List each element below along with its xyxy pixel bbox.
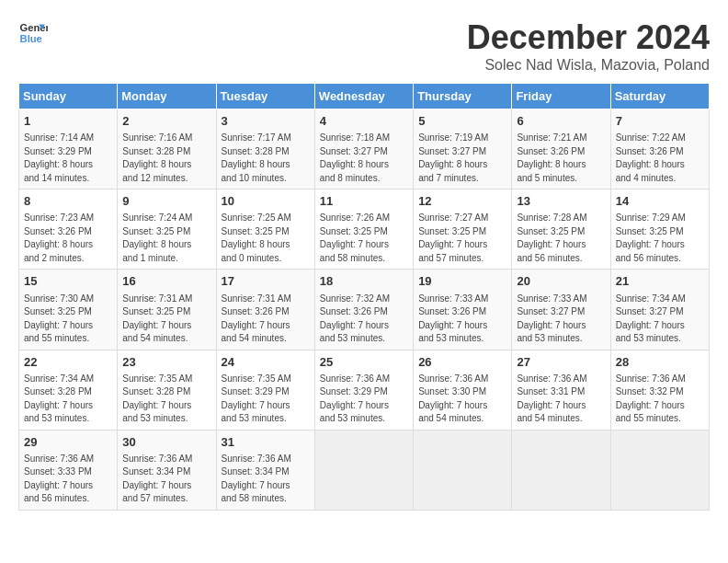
day-number: 31	[222, 434, 310, 451]
calendar-cell: 29Sunrise: 7:36 AM Sunset: 3:33 PM Dayli…	[19, 430, 118, 510]
day-number: 22	[24, 354, 112, 371]
calendar-cell: 24Sunrise: 7:35 AM Sunset: 3:29 PM Dayli…	[216, 350, 314, 430]
svg-text:General: General	[20, 22, 48, 33]
day-info: Sunrise: 7:36 AM Sunset: 3:30 PM Dayligh…	[418, 373, 506, 426]
day-number: 23	[122, 354, 210, 371]
calendar-cell: 23Sunrise: 7:35 AM Sunset: 3:28 PM Dayli…	[118, 350, 216, 430]
calendar-cell: 13Sunrise: 7:28 AM Sunset: 3:25 PM Dayli…	[512, 190, 610, 270]
day-number: 6	[517, 113, 605, 130]
day-info: Sunrise: 7:30 AM Sunset: 3:25 PM Dayligh…	[24, 293, 112, 346]
day-number: 4	[320, 113, 408, 130]
day-number: 14	[616, 193, 704, 210]
day-number: 16	[122, 273, 210, 290]
calendar-cell: 6Sunrise: 7:21 AM Sunset: 3:26 PM Daylig…	[512, 109, 610, 190]
calendar-cell: 3Sunrise: 7:17 AM Sunset: 3:28 PM Daylig…	[216, 109, 314, 190]
day-number: 3	[222, 113, 310, 130]
col-monday: Monday	[118, 84, 216, 109]
main-title: December 2024	[467, 18, 710, 57]
calendar-cell: 17Sunrise: 7:31 AM Sunset: 3:26 PM Dayli…	[216, 270, 314, 350]
day-number: 21	[616, 273, 704, 290]
col-thursday: Thursday	[414, 84, 512, 109]
day-info: Sunrise: 7:18 AM Sunset: 3:27 PM Dayligh…	[320, 132, 408, 185]
calendar-cell: 30Sunrise: 7:36 AM Sunset: 3:34 PM Dayli…	[118, 430, 216, 510]
calendar-cell	[512, 430, 610, 510]
calendar-cell: 26Sunrise: 7:36 AM Sunset: 3:30 PM Dayli…	[414, 350, 512, 430]
calendar-cell: 5Sunrise: 7:19 AM Sunset: 3:27 PM Daylig…	[414, 109, 512, 190]
day-number: 24	[222, 354, 310, 371]
day-number: 30	[122, 434, 210, 451]
day-info: Sunrise: 7:36 AM Sunset: 3:34 PM Dayligh…	[122, 453, 210, 506]
calendar-cell: 2Sunrise: 7:16 AM Sunset: 3:28 PM Daylig…	[118, 109, 216, 190]
subtitle: Solec Nad Wisla, Mazovia, Poland	[467, 57, 710, 74]
calendar-cell: 20Sunrise: 7:33 AM Sunset: 3:27 PM Dayli…	[512, 270, 610, 350]
day-number: 18	[320, 273, 408, 290]
calendar-cell: 22Sunrise: 7:34 AM Sunset: 3:28 PM Dayli…	[19, 350, 118, 430]
day-number: 26	[418, 354, 506, 371]
calendar-cell: 25Sunrise: 7:36 AM Sunset: 3:29 PM Dayli…	[314, 350, 413, 430]
calendar-cell: 1Sunrise: 7:14 AM Sunset: 3:29 PM Daylig…	[19, 109, 118, 190]
day-number: 2	[122, 113, 210, 130]
calendar-cell: 18Sunrise: 7:32 AM Sunset: 3:26 PM Dayli…	[314, 270, 413, 350]
calendar-cell: 31Sunrise: 7:36 AM Sunset: 3:34 PM Dayli…	[216, 430, 314, 510]
calendar-cell: 4Sunrise: 7:18 AM Sunset: 3:27 PM Daylig…	[314, 109, 413, 190]
day-info: Sunrise: 7:33 AM Sunset: 3:27 PM Dayligh…	[517, 293, 605, 346]
day-info: Sunrise: 7:32 AM Sunset: 3:26 PM Dayligh…	[320, 293, 408, 346]
day-info: Sunrise: 7:35 AM Sunset: 3:29 PM Dayligh…	[222, 373, 310, 426]
col-wednesday: Wednesday	[314, 84, 413, 109]
day-info: Sunrise: 7:19 AM Sunset: 3:27 PM Dayligh…	[418, 132, 506, 185]
day-number: 17	[222, 273, 310, 290]
day-number: 8	[24, 193, 112, 210]
calendar-week-row: 8Sunrise: 7:23 AM Sunset: 3:26 PM Daylig…	[19, 190, 710, 270]
day-number: 9	[122, 193, 210, 210]
day-info: Sunrise: 7:28 AM Sunset: 3:25 PM Dayligh…	[517, 212, 605, 265]
calendar-cell	[414, 430, 512, 510]
day-number: 5	[418, 113, 506, 130]
calendar-cell: 14Sunrise: 7:29 AM Sunset: 3:25 PM Dayli…	[610, 190, 709, 270]
svg-text:Blue: Blue	[20, 33, 42, 44]
day-info: Sunrise: 7:27 AM Sunset: 3:25 PM Dayligh…	[418, 212, 506, 265]
col-sunday: Sunday	[19, 84, 118, 109]
day-number: 11	[320, 193, 408, 210]
calendar-cell: 11Sunrise: 7:26 AM Sunset: 3:25 PM Dayli…	[314, 190, 413, 270]
day-number: 10	[222, 193, 310, 210]
day-info: Sunrise: 7:31 AM Sunset: 3:26 PM Dayligh…	[222, 293, 310, 346]
day-number: 15	[24, 273, 112, 290]
col-tuesday: Tuesday	[216, 84, 314, 109]
logo: General Blue	[18, 18, 48, 48]
day-number: 13	[517, 193, 605, 210]
calendar-cell: 9Sunrise: 7:24 AM Sunset: 3:25 PM Daylig…	[118, 190, 216, 270]
day-info: Sunrise: 7:22 AM Sunset: 3:26 PM Dayligh…	[616, 132, 704, 185]
calendar-cell: 19Sunrise: 7:33 AM Sunset: 3:26 PM Dayli…	[414, 270, 512, 350]
logo-icon: General Blue	[18, 18, 48, 48]
day-info: Sunrise: 7:33 AM Sunset: 3:26 PM Dayligh…	[418, 293, 506, 346]
calendar-cell: 15Sunrise: 7:30 AM Sunset: 3:25 PM Dayli…	[19, 270, 118, 350]
calendar-cell: 8Sunrise: 7:23 AM Sunset: 3:26 PM Daylig…	[19, 190, 118, 270]
col-saturday: Saturday	[610, 84, 709, 109]
day-number: 27	[517, 354, 605, 371]
day-info: Sunrise: 7:36 AM Sunset: 3:34 PM Dayligh…	[222, 453, 310, 506]
day-info: Sunrise: 7:21 AM Sunset: 3:26 PM Dayligh…	[517, 132, 605, 185]
calendar-cell: 21Sunrise: 7:34 AM Sunset: 3:27 PM Dayli…	[610, 270, 709, 350]
day-info: Sunrise: 7:24 AM Sunset: 3:25 PM Dayligh…	[122, 212, 210, 265]
day-number: 28	[616, 354, 704, 371]
day-number: 25	[320, 354, 408, 371]
day-info: Sunrise: 7:36 AM Sunset: 3:29 PM Dayligh…	[320, 373, 408, 426]
page-header: General Blue December 2024 Solec Nad Wis…	[18, 18, 710, 74]
title-area: December 2024 Solec Nad Wisla, Mazovia, …	[467, 18, 710, 74]
calendar-cell: 27Sunrise: 7:36 AM Sunset: 3:31 PM Dayli…	[512, 350, 610, 430]
day-info: Sunrise: 7:26 AM Sunset: 3:25 PM Dayligh…	[320, 212, 408, 265]
calendar-cell: 7Sunrise: 7:22 AM Sunset: 3:26 PM Daylig…	[610, 109, 709, 190]
calendar-week-row: 22Sunrise: 7:34 AM Sunset: 3:28 PM Dayli…	[19, 350, 710, 430]
day-info: Sunrise: 7:25 AM Sunset: 3:25 PM Dayligh…	[222, 212, 310, 265]
calendar-cell: 28Sunrise: 7:36 AM Sunset: 3:32 PM Dayli…	[610, 350, 709, 430]
day-info: Sunrise: 7:34 AM Sunset: 3:27 PM Dayligh…	[616, 293, 704, 346]
day-info: Sunrise: 7:23 AM Sunset: 3:26 PM Dayligh…	[24, 212, 112, 265]
calendar-table: Sunday Monday Tuesday Wednesday Thursday…	[18, 83, 710, 511]
day-number: 12	[418, 193, 506, 210]
day-info: Sunrise: 7:36 AM Sunset: 3:33 PM Dayligh…	[24, 453, 112, 506]
day-info: Sunrise: 7:36 AM Sunset: 3:31 PM Dayligh…	[517, 373, 605, 426]
day-info: Sunrise: 7:14 AM Sunset: 3:29 PM Dayligh…	[24, 132, 112, 185]
day-info: Sunrise: 7:31 AM Sunset: 3:25 PM Dayligh…	[122, 293, 210, 346]
col-friday: Friday	[512, 84, 610, 109]
calendar-cell: 10Sunrise: 7:25 AM Sunset: 3:25 PM Dayli…	[216, 190, 314, 270]
